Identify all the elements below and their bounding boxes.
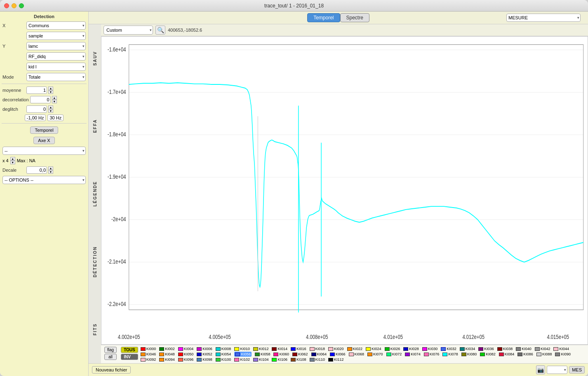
legend-item-ki010[interactable]: KI010 [234, 347, 250, 351]
decale-down[interactable]: ▼ [48, 170, 53, 174]
legend-item-ki090[interactable]: KI090 [555, 352, 571, 357]
moyenne-up[interactable]: ▲ [48, 86, 53, 90]
options-select[interactable]: -- OPTIONS -- [2, 176, 86, 184]
magnify-button[interactable]: 🔍 [155, 26, 165, 35]
legend-item-ki032[interactable]: KI032 [441, 347, 456, 351]
legend-item-ki094[interactable]: KI094 [159, 357, 175, 362]
legend-item-ki000[interactable]: KI000 [141, 347, 156, 351]
legend-item-ki012[interactable]: KI012 [253, 347, 269, 351]
legend-item-ki030[interactable]: KI030 [422, 347, 438, 351]
deglitch-down[interactable]: ▼ [48, 109, 53, 113]
minimize-button[interactable] [12, 3, 16, 8]
legend-item-ki052[interactable]: KI052 [197, 352, 212, 357]
camera-button[interactable]: 📷 [536, 365, 545, 374]
legend-item-ki106[interactable]: KI106 [272, 357, 287, 362]
legend-item-ki070[interactable]: KI070 [367, 352, 383, 357]
nouveau-fichier-button[interactable]: Nouveau fichier [92, 366, 131, 374]
scale-down[interactable]: ▼ [10, 161, 15, 164]
legend-item-ki068[interactable]: KI068 [349, 352, 365, 357]
inv-badge[interactable]: INV [121, 354, 138, 360]
legend-item-ki040[interactable]: KI040 [516, 347, 532, 351]
y-rfdidq-select[interactable]: RF_didq [26, 52, 86, 61]
legend-item-ki008[interactable]: KI008 [216, 347, 231, 351]
legend-item-ki088[interactable]: KI088 [536, 352, 552, 357]
legend-item-ki078[interactable]: KI078 [442, 352, 458, 357]
legend-item-ki054[interactable]: KI054 [216, 352, 231, 357]
legend-item-ki056[interactable]: KI056 [234, 352, 252, 357]
legend-item-ki006[interactable]: KI006 [197, 347, 212, 351]
x-communs-select[interactable]: Communs [26, 21, 86, 30]
legend-item-ki044[interactable]: KI044 [553, 347, 569, 351]
legend-item-ki004[interactable]: KI004 [178, 347, 194, 351]
tab-spectre[interactable]: Spectre [340, 13, 369, 22]
legend-item-ki036[interactable]: KI036 [478, 347, 494, 351]
legend-item-ki074[interactable]: KI074 [405, 352, 421, 357]
legend-item-ki108[interactable]: KI108 [291, 357, 306, 362]
decale-spin[interactable]: ▲ ▼ [48, 166, 53, 174]
legend-item-ki110[interactable]: KI110 [310, 357, 325, 362]
mode-select[interactable]: Totale [26, 73, 86, 81]
legend-item-ki024[interactable]: KI024 [366, 347, 381, 351]
legend-item-ki100[interactable]: KI100 [216, 357, 231, 362]
tab-temporel[interactable]: Temporel [307, 13, 340, 22]
legend-item-ki046[interactable]: KI046 [141, 352, 156, 357]
legend-item-ki022[interactable]: KI022 [347, 347, 363, 351]
legend-item-ki092[interactable]: KI092 [141, 357, 156, 362]
deglitch-input[interactable] [26, 105, 47, 113]
decorrelation-spin[interactable]: ▲ ▼ [52, 96, 57, 103]
legend-item-ki058[interactable]: KI058 [255, 352, 270, 357]
legend-item-ki084[interactable]: KI084 [499, 352, 515, 357]
bottom-select[interactable] [547, 366, 567, 374]
temporel-button[interactable]: Temporel [30, 126, 58, 134]
legend-item-ki026[interactable]: KI026 [385, 347, 400, 351]
x-sample-select[interactable]: sample [26, 32, 86, 40]
tous-badge[interactable]: TOUS [121, 347, 138, 353]
legend-item-ki076[interactable]: KI076 [424, 352, 440, 357]
axex-button[interactable]: Axe X [33, 137, 54, 144]
zoom-select[interactable]: Custom Auto Fit [103, 26, 153, 35]
chart-svg-wrapper[interactable]: -1.6e+04 -1.7e+04 -1.8e+04 -1.9e+04 -2e+… [101, 36, 588, 345]
legend-item-ki002[interactable]: KI002 [159, 347, 175, 351]
legend-item-ki080[interactable]: KI080 [461, 352, 477, 357]
scale-up[interactable]: ▲ [10, 157, 15, 161]
deglitch-up[interactable]: ▲ [48, 105, 53, 109]
mesure-select[interactable]: MESURE [506, 14, 581, 22]
scale-spin[interactable]: ▲ ▼ [10, 157, 15, 164]
decale-up[interactable]: ▲ [48, 166, 53, 170]
close-button[interactable] [4, 3, 9, 8]
legend-item-ki066[interactable]: KI066 [330, 352, 346, 357]
legend-item-ki016[interactable]: KI016 [291, 347, 306, 351]
legend-item-ki048[interactable]: KI048 [159, 352, 175, 357]
legend-item-ki062[interactable]: KI062 [292, 352, 308, 357]
maximize-button[interactable] [19, 3, 24, 8]
legend-item-ki060[interactable]: KI060 [273, 352, 289, 357]
legend-item-ki098[interactable]: KI098 [197, 357, 212, 362]
legend-item-ki020[interactable]: KI020 [328, 347, 344, 351]
decorrelation-down[interactable]: ▼ [52, 100, 57, 103]
legend-item-ki018[interactable]: KI018 [310, 347, 325, 351]
legend-item-ki034[interactable]: KI034 [460, 347, 475, 351]
y-kidl-select[interactable]: kid l [26, 63, 86, 71]
legend-item-ki104[interactable]: KI104 [253, 357, 269, 362]
decale-input[interactable] [26, 166, 47, 174]
legend-item-ki096[interactable]: KI096 [178, 357, 194, 362]
legend-item-ki038[interactable]: KI038 [497, 347, 513, 351]
flag-button[interactable]: flag [104, 347, 117, 353]
decorrelation-up[interactable]: ▲ [52, 96, 57, 100]
legend-item-ki112[interactable]: KI112 [328, 357, 344, 362]
all-button[interactable]: all [104, 354, 117, 360]
moyenne-input[interactable] [26, 86, 47, 94]
moyenne-spin[interactable]: ▲ ▼ [48, 86, 53, 94]
separator-select[interactable]: -- [2, 147, 86, 155]
legend-item-ki086[interactable]: KI086 [517, 352, 533, 357]
legend-item-ki072[interactable]: KI072 [386, 352, 402, 357]
mes-button[interactable]: MES [569, 366, 585, 374]
deglitch-spin[interactable]: ▲ ▼ [48, 105, 53, 113]
y-lamc-select[interactable]: lamc [26, 42, 86, 50]
legend-item-ki014[interactable]: KI014 [272, 347, 287, 351]
legend-item-ki050[interactable]: KI050 [178, 352, 194, 357]
legend-item-ki064[interactable]: KI064 [311, 352, 327, 357]
moyenne-down[interactable]: ▼ [48, 90, 53, 94]
legend-item-ki102[interactable]: KI102 [234, 357, 250, 362]
decorrelation-input[interactable] [30, 96, 51, 103]
